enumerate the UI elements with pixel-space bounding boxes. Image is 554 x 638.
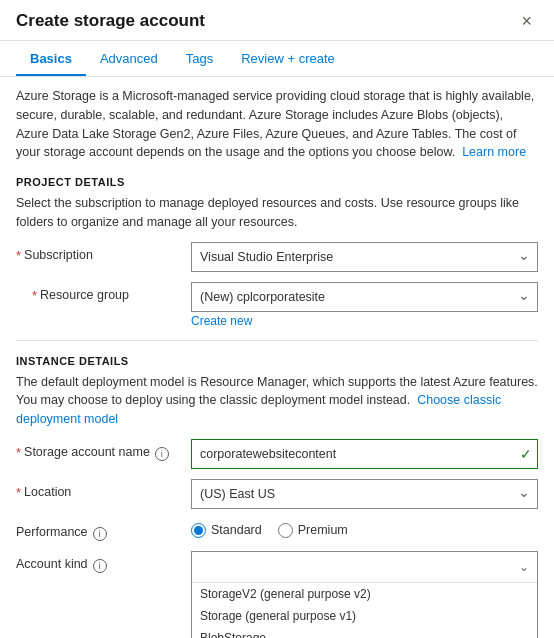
subscription-row: * Subscription Visual Studio Enterprise: [16, 242, 538, 272]
intro-description: Azure Storage is a Microsoft-managed ser…: [16, 87, 538, 162]
performance-standard-option[interactable]: Standard: [191, 523, 262, 538]
account-kind-options: StorageV2 (general purpose v2) Storage (…: [192, 582, 537, 638]
tab-advanced[interactable]: Advanced: [86, 41, 172, 76]
tab-review-create[interactable]: Review + create: [227, 41, 349, 76]
performance-label: Performance i: [16, 519, 191, 541]
storage-name-info-icon[interactable]: i: [155, 447, 169, 461]
account-kind-row: Account kind i ⌄ StorageV2 (general purp…: [16, 551, 538, 638]
location-select-wrapper: (US) East US: [191, 479, 538, 509]
tab-tags[interactable]: Tags: [172, 41, 227, 76]
resource-group-row: * Resource group (New) cplcorporatesite …: [16, 282, 538, 328]
tab-basics[interactable]: Basics: [16, 41, 86, 76]
account-kind-chevron-icon: ⌄: [519, 560, 529, 574]
subscription-required-star: *: [16, 248, 21, 263]
account-kind-option-1[interactable]: StorageV2 (general purpose v2): [192, 583, 537, 605]
account-kind-info-icon[interactable]: i: [93, 559, 107, 573]
divider: [16, 340, 538, 341]
account-kind-option-2[interactable]: Storage (general purpose v1): [192, 605, 537, 627]
form-content: Azure Storage is a Microsoft-managed ser…: [0, 87, 554, 638]
project-details-title: PROJECT DETAILS: [16, 176, 538, 188]
project-details-desc: Select the subscription to manage deploy…: [16, 194, 538, 232]
account-kind-dropdown[interactable]: ⌄ StorageV2 (general purpose v2) Storage…: [191, 551, 538, 638]
performance-premium-option[interactable]: Premium: [278, 523, 348, 538]
performance-standard-radio[interactable]: [191, 523, 206, 538]
location-required-star: *: [16, 485, 21, 500]
create-new-link[interactable]: Create new: [191, 314, 538, 328]
storage-name-input[interactable]: [191, 439, 538, 469]
account-kind-option-3[interactable]: BlobStorage: [192, 627, 537, 638]
learn-more-link[interactable]: Learn more: [462, 145, 526, 159]
instance-details-title: INSTANCE DETAILS: [16, 355, 538, 367]
performance-info-icon[interactable]: i: [93, 527, 107, 541]
subscription-control: Visual Studio Enterprise: [191, 242, 538, 272]
storage-name-row: * Storage account name i ✓: [16, 439, 538, 469]
location-row: * Location (US) East US: [16, 479, 538, 509]
storage-name-required-star: *: [16, 445, 21, 460]
account-kind-label: Account kind i: [16, 551, 191, 573]
instance-details-desc: The default deployment model is Resource…: [16, 373, 538, 429]
performance-row: Performance i Standard Premium: [16, 519, 538, 541]
subscription-select[interactable]: Visual Studio Enterprise: [191, 242, 538, 272]
resource-group-select-wrapper: (New) cplcorporatesite: [191, 282, 538, 312]
tab-bar: Basics Advanced Tags Review + create: [0, 41, 554, 77]
performance-radio-group: Standard Premium: [191, 519, 538, 538]
storage-name-label: * Storage account name i: [16, 439, 191, 461]
location-select[interactable]: (US) East US: [191, 479, 538, 509]
storage-name-input-wrapper: ✓: [191, 439, 538, 469]
performance-premium-radio[interactable]: [278, 523, 293, 538]
storage-name-check-icon: ✓: [520, 446, 532, 462]
account-kind-control: ⌄ StorageV2 (general purpose v2) Storage…: [191, 551, 538, 638]
subscription-label: * Subscription: [16, 242, 191, 263]
location-control: (US) East US: [191, 479, 538, 509]
resource-group-select[interactable]: (New) cplcorporatesite: [191, 282, 538, 312]
account-kind-dropdown-header[interactable]: ⌄: [192, 552, 537, 582]
resource-group-label: * Resource group: [32, 282, 191, 303]
panel-header: Create storage account ×: [0, 0, 554, 41]
storage-name-control: ✓: [191, 439, 538, 469]
close-button[interactable]: ×: [515, 10, 538, 32]
location-label: * Location: [16, 479, 191, 500]
page-title: Create storage account: [16, 11, 205, 31]
performance-control: Standard Premium: [191, 519, 538, 538]
resource-group-required-star: *: [32, 288, 37, 303]
subscription-select-wrapper: Visual Studio Enterprise: [191, 242, 538, 272]
resource-group-control: (New) cplcorporatesite Create new: [191, 282, 538, 328]
